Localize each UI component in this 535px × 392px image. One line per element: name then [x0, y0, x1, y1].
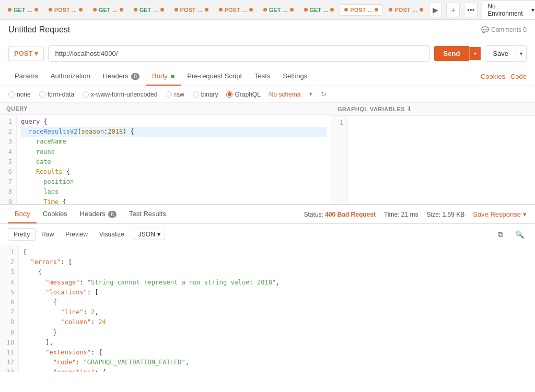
res-tab-headers[interactable]: Headers 6: [74, 205, 123, 223]
radio-circle-form-data: [39, 91, 45, 98]
save-response-button[interactable]: Save Response ▾: [473, 210, 527, 218]
url-input[interactable]: [48, 45, 429, 62]
top-tab-2[interactable]: POST ...: [44, 4, 87, 16]
radio-circle-urlencoded: [83, 91, 89, 98]
top-tab-8[interactable]: GET ...: [299, 4, 339, 16]
request-tab-links: Cookies Code: [481, 73, 527, 80]
add-tab-button[interactable]: +: [446, 3, 460, 17]
tab-dot: [263, 8, 267, 11]
tab-headers[interactable]: Headers 8: [97, 67, 146, 86]
body-urlencoded-label: x-www-form-urlencoded: [91, 91, 157, 98]
chevron-down-icon-fmt: ▾: [157, 231, 160, 238]
radio-circle-binary: [193, 91, 199, 98]
top-tab-3[interactable]: GET ...: [88, 4, 128, 16]
body-option-urlencoded[interactable]: x-www-form-urlencoded: [83, 91, 157, 98]
environment-selector[interactable]: No Environment ▾: [482, 0, 535, 20]
info-icon[interactable]: ℹ: [408, 105, 411, 113]
radio-circle-raw: [166, 91, 172, 98]
save-dropdown-arrow[interactable]: ▾: [516, 47, 526, 60]
tab-params[interactable]: Params: [8, 67, 44, 86]
tab-dot: [389, 8, 392, 11]
response-section: Body Cookies Headers 6 Test Results Stat…: [0, 205, 535, 372]
fmt-pretty-button[interactable]: Pretty: [8, 229, 35, 240]
no-schema-button[interactable]: No schema: [269, 91, 301, 98]
query-code-area[interactable]: 123456789 query { raceResultsV2(season:2…: [0, 115, 331, 204]
code-line-3: raceName: [21, 137, 327, 147]
body-dot: [171, 75, 175, 78]
tab-label: ...: [368, 7, 373, 13]
code-line-6: Results {: [21, 167, 327, 177]
copy-icon-button[interactable]: ⧉: [493, 227, 508, 242]
send-main-label[interactable]: Send: [434, 46, 470, 61]
top-tab-5[interactable]: POST ...: [170, 4, 213, 16]
chevron-down-icon: ▾: [34, 50, 38, 57]
fmt-preview-button[interactable]: Preview: [60, 229, 93, 240]
save-main-label[interactable]: Save: [485, 46, 516, 61]
top-tab-7[interactable]: GET ...: [259, 4, 298, 16]
refresh-icon[interactable]: ↻: [321, 90, 327, 98]
top-tab-4[interactable]: GET ...: [129, 4, 169, 16]
tab-label: ...: [28, 7, 32, 13]
save-button[interactable]: Save ▾: [485, 45, 527, 62]
body-option-form-data[interactable]: form-data: [39, 91, 74, 98]
code-line-9: Time {: [21, 197, 327, 205]
play-icon-button[interactable]: ▶: [429, 3, 443, 17]
variables-panel-header: GRAPHQL VARIABLES ℹ: [331, 103, 535, 116]
response-tabs-bar: Body Cookies Headers 6 Test Results Stat…: [0, 205, 535, 224]
res-tab-test-results[interactable]: Test Results: [123, 205, 172, 223]
tab-body[interactable]: Body: [146, 67, 181, 86]
code-link[interactable]: Code: [510, 73, 527, 80]
body-option-none[interactable]: none: [8, 91, 31, 98]
code-line-8: laps: [21, 187, 327, 197]
tab-authorization[interactable]: Authorization: [44, 67, 97, 86]
response-size: Size: 1.59 KB: [427, 211, 465, 218]
tab-pre-request[interactable]: Pre-request Script: [181, 67, 248, 86]
response-time: Time: 21 ms: [384, 211, 418, 218]
request-title: Untitled Request: [8, 25, 70, 34]
comments-button[interactable]: 💬 Comments 0: [481, 26, 527, 33]
comments-label: Comments 0: [491, 26, 527, 33]
fmt-visualize-button[interactable]: Visualize: [94, 229, 130, 240]
body-option-raw[interactable]: raw: [166, 91, 184, 98]
tab-method: POST: [180, 7, 196, 13]
query-panel: QUERY 123456789 query { raceResultsV2(se…: [0, 103, 331, 204]
response-line-numbers: 12345678 910111213141516: [0, 245, 19, 372]
cookies-link[interactable]: Cookies: [481, 73, 505, 80]
variables-code-area[interactable]: 1: [331, 116, 535, 204]
body-graphql-label: GraphQL: [235, 91, 260, 98]
chevron-down-icon: ▾: [531, 6, 534, 14]
res-line-7: "line": 2,: [23, 307, 531, 317]
top-tab-1[interactable]: GET ...: [3, 4, 43, 16]
variables-code-content[interactable]: [348, 116, 535, 204]
send-button[interactable]: Send ▾: [434, 46, 481, 61]
response-code-content: { "errors": [ { "message": "String canno…: [19, 245, 535, 372]
search-icon-button[interactable]: 🔍: [512, 227, 527, 242]
tab-dot: [93, 8, 97, 11]
chevron-down-icon-schema[interactable]: ▾: [309, 91, 312, 98]
res-line-2: "errors": [: [23, 257, 531, 267]
tab-status-dot: [375, 8, 378, 11]
body-option-binary[interactable]: binary: [193, 91, 218, 98]
tab-settings[interactable]: Settings: [276, 67, 313, 86]
tab-label: ...: [412, 7, 417, 13]
send-dropdown-arrow[interactable]: ▾: [469, 47, 481, 60]
tab-label: ...: [283, 7, 287, 13]
top-tab-10[interactable]: POST ...: [384, 4, 427, 16]
body-option-graphql[interactable]: GraphQL: [226, 91, 260, 98]
fmt-raw-button[interactable]: Raw: [36, 229, 59, 240]
tab-method: GET: [310, 7, 322, 13]
tab-status-dot: [205, 8, 208, 11]
tab-tests[interactable]: Tests: [248, 67, 276, 86]
top-tab-6[interactable]: POST ...: [214, 4, 258, 16]
format-type-selector[interactable]: JSON ▾: [134, 229, 165, 240]
tab-dot: [344, 8, 348, 11]
res-tab-cookies[interactable]: Cookies: [37, 205, 74, 223]
more-tabs-button[interactable]: •••: [464, 3, 478, 17]
body-none-label: none: [17, 91, 31, 98]
env-label: No Environment: [487, 3, 528, 17]
top-tab-9[interactable]: POST ...: [340, 4, 383, 16]
method-selector[interactable]: POST ▾: [8, 46, 44, 61]
response-body[interactable]: 12345678 910111213141516 { "errors": [ {…: [0, 245, 535, 372]
res-tab-body[interactable]: Body: [8, 205, 37, 223]
query-code-content[interactable]: query { raceResultsV2(season:2018) { rac…: [17, 115, 331, 204]
